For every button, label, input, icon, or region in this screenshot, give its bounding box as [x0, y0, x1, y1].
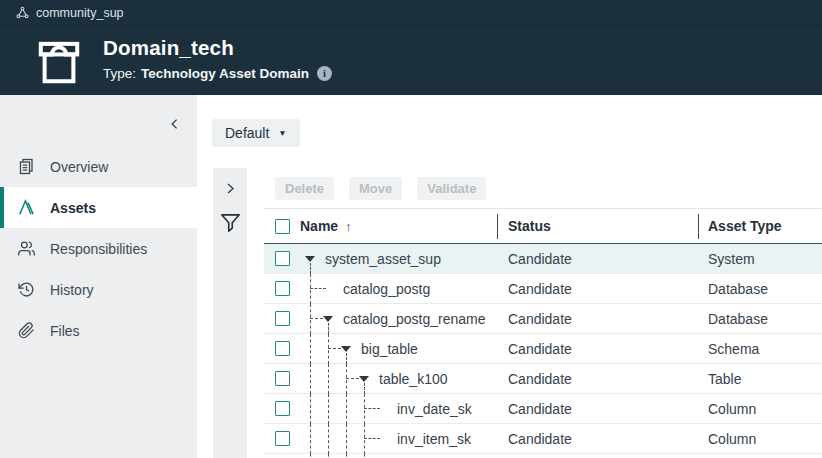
cell-name: table_k100	[264, 364, 497, 393]
tree-branch-line	[328, 348, 341, 349]
cell-status: Candidate	[497, 401, 698, 417]
tree-guide-line	[346, 394, 347, 424]
cell-name: catalog_postg_rename	[264, 304, 497, 333]
sidebar-item-history[interactable]: History	[0, 269, 197, 310]
table-row[interactable]: inv_item_skCandidateColumn	[264, 424, 822, 454]
cell-name: catalog_postg	[264, 274, 497, 303]
asset-type-line: Type: Technology Asset Domain i	[103, 66, 332, 81]
sidebar-item-files[interactable]: Files	[0, 310, 197, 351]
collapse-toggle-icon[interactable]	[323, 316, 333, 322]
asset-name-link[interactable]: inv_date_sk	[397, 401, 472, 417]
table-body: system_asset_supCandidateSystemcatalog_p…	[264, 244, 822, 458]
row-checkbox[interactable]	[275, 311, 290, 326]
sort-ascending-icon[interactable]: ↑	[345, 219, 352, 234]
asset-name-link[interactable]: catalog_postg_rename	[343, 311, 485, 327]
sidebar-item-label: History	[50, 282, 94, 298]
validate-button[interactable]: Validate	[417, 177, 486, 200]
cell-asset-type: Column	[698, 401, 822, 417]
tree-guide-line	[364, 383, 365, 394]
collapse-toggle-icon[interactable]	[359, 376, 369, 382]
column-header-status[interactable]: Status	[508, 218, 551, 234]
view-selector-label: Default	[225, 125, 269, 141]
breadcrumb[interactable]: community_sup	[0, 0, 822, 26]
sidebar-item-overview[interactable]: Overview	[0, 146, 197, 187]
column-header-status-cell: Status	[497, 218, 698, 234]
tree-guide-line	[364, 454, 365, 458]
tree-guide-line	[364, 424, 365, 454]
tree-guide-line	[328, 364, 329, 394]
move-button[interactable]: Move	[349, 177, 402, 200]
column-divider	[698, 214, 699, 239]
tree-guide-line	[328, 323, 329, 334]
column-header-asset-type[interactable]: Asset Type	[708, 218, 782, 234]
view-selector-button[interactable]: Default ▼	[212, 119, 300, 147]
cell-status: Candidate	[497, 281, 698, 297]
table-row-clipped	[264, 454, 822, 458]
sidebar-item-responsibilities[interactable]: Responsibilities	[0, 228, 197, 269]
tree-branch-line	[310, 288, 326, 289]
cell-name: system_asset_sup	[264, 244, 497, 273]
tree-guide-line	[328, 454, 329, 458]
table-header-row: Name ↑ Status Asset Type	[264, 208, 822, 244]
collapse-sidebar-button[interactable]	[166, 115, 184, 133]
cell-status: Candidate	[497, 431, 698, 447]
sidebar-item-label: Overview	[50, 159, 108, 175]
cell-asset-type: System	[698, 251, 822, 267]
tree-guide-line	[346, 424, 347, 454]
sidebar-item-label: Responsibilities	[50, 241, 147, 257]
expand-panel-button[interactable]	[218, 176, 242, 200]
delete-button[interactable]: Delete	[275, 177, 334, 200]
page-header: community_sup Domain_tech Type: Technolo…	[0, 0, 822, 95]
tree-guide-line	[310, 304, 311, 334]
cell-status: Candidate	[497, 251, 698, 267]
table-row[interactable]: big_tableCandidateSchema	[264, 334, 822, 364]
responsibilities-icon	[18, 240, 35, 257]
sidebar: OverviewAssetsResponsibilitiesHistoryFil…	[0, 95, 197, 458]
cell-asset-type: Schema	[698, 341, 822, 357]
filter-icon	[220, 213, 241, 233]
info-icon[interactable]: i	[317, 66, 332, 81]
tree-branch-line	[310, 318, 323, 319]
row-checkbox[interactable]	[275, 281, 290, 296]
cell-asset-type: Database	[698, 311, 822, 327]
assets-icon	[18, 199, 35, 216]
select-all-checkbox[interactable]	[275, 219, 290, 234]
breadcrumb-label[interactable]: community_sup	[36, 6, 124, 20]
filter-button[interactable]	[218, 211, 242, 235]
table-row[interactable]: catalog_postg_renameCandidateDatabase	[264, 304, 822, 334]
cell-name: inv_item_sk	[264, 424, 497, 453]
overview-icon	[18, 158, 35, 175]
sidebar-item-assets[interactable]: Assets	[0, 187, 197, 228]
asset-name-link[interactable]: inv_item_sk	[397, 431, 471, 447]
row-checkbox[interactable]	[275, 431, 290, 446]
asset-name-link[interactable]: table_k100	[379, 371, 448, 387]
cell-status: Candidate	[497, 371, 698, 387]
sidebar-item-label: Files	[50, 323, 80, 339]
tree-guide-line	[328, 334, 329, 364]
row-checkbox[interactable]	[275, 401, 290, 416]
column-header-asset-type-cell: Asset Type	[698, 218, 822, 234]
table-row[interactable]: inv_date_skCandidateColumn	[264, 394, 822, 424]
tree-guide-line	[310, 454, 311, 458]
tree-branch-line	[364, 438, 380, 439]
table-row[interactable]: table_k100CandidateTable	[264, 364, 822, 394]
row-checkbox[interactable]	[275, 251, 290, 266]
collapse-toggle-icon[interactable]	[305, 256, 315, 262]
asset-name-link[interactable]: catalog_postg	[343, 281, 430, 297]
chevron-down-icon: ▼	[278, 129, 286, 138]
table-row[interactable]: system_asset_supCandidateSystem	[264, 244, 822, 274]
collapse-toggle-icon[interactable]	[341, 346, 351, 352]
table-row[interactable]: catalog_postgCandidateDatabase	[264, 274, 822, 304]
cell-name: big_table	[264, 334, 497, 363]
column-header-name[interactable]: Name	[300, 218, 338, 234]
title-block: Domain_tech Type: Technology Asset Domai…	[103, 36, 332, 81]
type-value: Technology Asset Domain	[141, 66, 309, 81]
tree-guide-line	[346, 454, 347, 458]
tree-guide-line	[346, 353, 347, 364]
tree-guide-line	[310, 394, 311, 424]
row-checkbox[interactable]	[275, 371, 290, 386]
asset-name-link[interactable]: big_table	[361, 341, 418, 357]
row-checkbox[interactable]	[275, 341, 290, 356]
community-icon	[16, 6, 29, 19]
asset-name-link[interactable]: system_asset_sup	[325, 251, 441, 267]
